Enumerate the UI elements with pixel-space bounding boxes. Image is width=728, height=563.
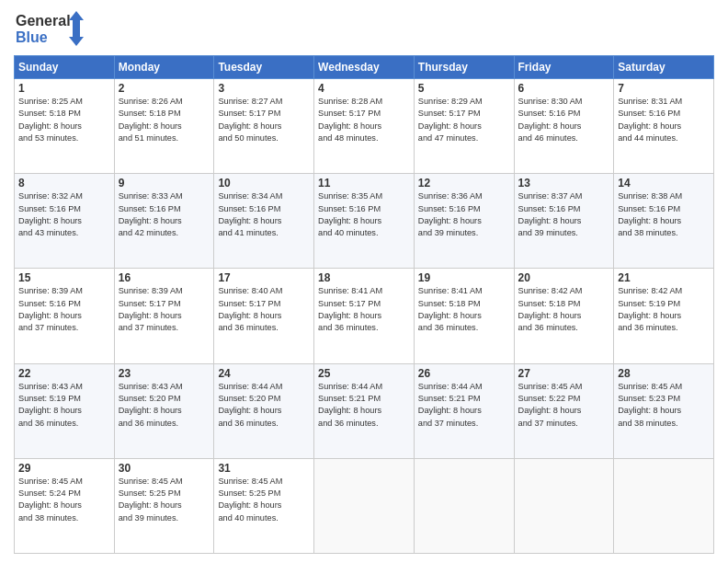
day-info: Sunrise: 8:25 AM Sunset: 5:18 PM Dayligh… [18,96,110,144]
svg-text:Blue: Blue [16,29,48,45]
calendar-cell: 11Sunrise: 8:35 AM Sunset: 5:16 PM Dayli… [314,174,415,269]
calendar-week-4: 22Sunrise: 8:43 AM Sunset: 5:19 PM Dayli… [15,363,714,458]
day-number: 9 [119,177,210,190]
day-info: Sunrise: 8:39 AM Sunset: 5:16 PM Dayligh… [18,285,110,334]
day-info: Sunrise: 8:44 AM Sunset: 5:20 PM Dayligh… [218,381,310,430]
day-info: Sunrise: 8:43 AM Sunset: 5:19 PM Dayligh… [18,381,110,430]
calendar-cell: 31Sunrise: 8:45 AM Sunset: 5:25 PM Dayli… [214,458,314,553]
calendar-cell: 13Sunrise: 8:37 AM Sunset: 5:16 PM Dayli… [514,174,614,269]
header: GeneralBlue [14,9,714,48]
day-number: 8 [18,177,110,190]
calendar-cell: 10Sunrise: 8:34 AM Sunset: 5:16 PM Dayli… [214,174,314,269]
calendar-cell: 18Sunrise: 8:41 AM Sunset: 5:17 PM Dayli… [314,269,415,363]
calendar-cell: 27Sunrise: 8:45 AM Sunset: 5:22 PM Dayli… [514,363,614,458]
day-number: 10 [218,177,310,190]
calendar-cell: 9Sunrise: 8:33 AM Sunset: 5:16 PM Daylig… [114,174,214,269]
calendar-cell: 29Sunrise: 8:45 AM Sunset: 5:24 PM Dayli… [15,458,115,553]
calendar-header-saturday: Saturday [614,56,714,79]
day-info: Sunrise: 8:45 AM Sunset: 5:25 PM Dayligh… [119,476,210,524]
day-number: 3 [218,82,310,95]
calendar-cell [414,458,514,553]
day-number: 6 [518,82,610,95]
day-number: 20 [518,271,610,284]
calendar-cell [614,458,714,553]
calendar-cell: 17Sunrise: 8:40 AM Sunset: 5:17 PM Dayli… [214,269,314,363]
calendar-cell: 30Sunrise: 8:45 AM Sunset: 5:25 PM Dayli… [114,458,214,553]
day-number: 22 [18,367,110,380]
day-number: 21 [618,271,710,284]
calendar-header-sunday: Sunday [15,56,115,79]
calendar-cell: 2Sunrise: 8:26 AM Sunset: 5:18 PM Daylig… [114,79,214,174]
day-info: Sunrise: 8:30 AM Sunset: 5:16 PM Dayligh… [518,96,610,144]
logo: GeneralBlue [14,9,87,48]
calendar-cell [314,458,415,553]
day-info: Sunrise: 8:33 AM Sunset: 5:16 PM Dayligh… [119,190,210,239]
day-info: Sunrise: 8:26 AM Sunset: 5:18 PM Dayligh… [119,96,210,144]
calendar-cell: 25Sunrise: 8:44 AM Sunset: 5:21 PM Dayli… [314,363,415,458]
day-info: Sunrise: 8:28 AM Sunset: 5:17 PM Dayligh… [318,96,410,144]
day-info: Sunrise: 8:38 AM Sunset: 5:16 PM Dayligh… [618,190,710,239]
day-info: Sunrise: 8:41 AM Sunset: 5:17 PM Dayligh… [318,285,410,334]
day-number: 12 [418,177,510,190]
svg-text:General: General [16,13,71,29]
day-info: Sunrise: 8:44 AM Sunset: 5:21 PM Dayligh… [318,381,410,430]
day-info: Sunrise: 8:36 AM Sunset: 5:16 PM Dayligh… [418,190,510,239]
calendar-cell [514,458,614,553]
calendar-cell: 23Sunrise: 8:43 AM Sunset: 5:20 PM Dayli… [114,363,214,458]
day-info: Sunrise: 8:42 AM Sunset: 5:18 PM Dayligh… [518,285,610,334]
day-info: Sunrise: 8:45 AM Sunset: 5:22 PM Dayligh… [518,381,610,430]
day-info: Sunrise: 8:27 AM Sunset: 5:17 PM Dayligh… [218,96,310,144]
logo-icon: GeneralBlue [14,9,87,48]
page: GeneralBlue SundayMondayTuesdayWednesday… [0,0,728,563]
day-number: 15 [18,271,110,284]
calendar-cell: 8Sunrise: 8:32 AM Sunset: 5:16 PM Daylig… [15,174,115,269]
calendar-week-3: 15Sunrise: 8:39 AM Sunset: 5:16 PM Dayli… [15,269,714,363]
calendar-week-5: 29Sunrise: 8:45 AM Sunset: 5:24 PM Dayli… [15,458,714,553]
day-info: Sunrise: 8:43 AM Sunset: 5:20 PM Dayligh… [119,381,210,430]
day-number: 24 [218,367,310,380]
day-number: 29 [18,462,110,475]
calendar-cell: 5Sunrise: 8:29 AM Sunset: 5:17 PM Daylig… [414,79,514,174]
day-info: Sunrise: 8:44 AM Sunset: 5:21 PM Dayligh… [418,381,510,430]
day-number: 14 [618,177,710,190]
day-info: Sunrise: 8:35 AM Sunset: 5:16 PM Dayligh… [318,190,410,239]
calendar-cell: 19Sunrise: 8:41 AM Sunset: 5:18 PM Dayli… [414,269,514,363]
day-number: 27 [518,367,610,380]
calendar-cell: 20Sunrise: 8:42 AM Sunset: 5:18 PM Dayli… [514,269,614,363]
calendar-header-monday: Monday [114,56,214,79]
calendar-cell: 3Sunrise: 8:27 AM Sunset: 5:17 PM Daylig… [214,79,314,174]
day-info: Sunrise: 8:45 AM Sunset: 5:25 PM Dayligh… [218,476,310,524]
calendar-cell: 28Sunrise: 8:45 AM Sunset: 5:23 PM Dayli… [614,363,714,458]
day-number: 23 [119,367,210,380]
day-number: 19 [418,271,510,284]
day-number: 28 [618,367,710,380]
day-number: 7 [618,82,710,95]
day-info: Sunrise: 8:32 AM Sunset: 5:16 PM Dayligh… [18,190,110,239]
calendar-week-2: 8Sunrise: 8:32 AM Sunset: 5:16 PM Daylig… [15,174,714,269]
day-number: 2 [119,82,210,95]
calendar-cell: 6Sunrise: 8:30 AM Sunset: 5:16 PM Daylig… [514,79,614,174]
calendar-cell: 21Sunrise: 8:42 AM Sunset: 5:19 PM Dayli… [614,269,714,363]
day-number: 30 [119,462,210,475]
day-number: 31 [218,462,310,475]
calendar-cell: 22Sunrise: 8:43 AM Sunset: 5:19 PM Dayli… [15,363,115,458]
day-info: Sunrise: 8:31 AM Sunset: 5:16 PM Dayligh… [618,96,710,144]
day-number: 18 [318,271,410,284]
calendar-cell: 7Sunrise: 8:31 AM Sunset: 5:16 PM Daylig… [614,79,714,174]
day-number: 13 [518,177,610,190]
calendar-week-1: 1Sunrise: 8:25 AM Sunset: 5:18 PM Daylig… [15,79,714,174]
calendar-cell: 4Sunrise: 8:28 AM Sunset: 5:17 PM Daylig… [314,79,415,174]
calendar-header-row: SundayMondayTuesdayWednesdayThursdayFrid… [15,56,714,79]
calendar-cell: 12Sunrise: 8:36 AM Sunset: 5:16 PM Dayli… [414,174,514,269]
day-number: 16 [119,271,210,284]
day-info: Sunrise: 8:45 AM Sunset: 5:23 PM Dayligh… [618,381,710,430]
day-info: Sunrise: 8:34 AM Sunset: 5:16 PM Dayligh… [218,190,310,239]
day-info: Sunrise: 8:40 AM Sunset: 5:17 PM Dayligh… [218,285,310,334]
calendar-cell: 15Sunrise: 8:39 AM Sunset: 5:16 PM Dayli… [15,269,115,363]
day-number: 4 [318,82,410,95]
calendar-cell: 1Sunrise: 8:25 AM Sunset: 5:18 PM Daylig… [15,79,115,174]
day-number: 1 [18,82,110,95]
calendar-table: SundayMondayTuesdayWednesdayThursdayFrid… [14,55,714,554]
calendar-cell: 16Sunrise: 8:39 AM Sunset: 5:17 PM Dayli… [114,269,214,363]
day-info: Sunrise: 8:45 AM Sunset: 5:24 PM Dayligh… [18,476,110,524]
